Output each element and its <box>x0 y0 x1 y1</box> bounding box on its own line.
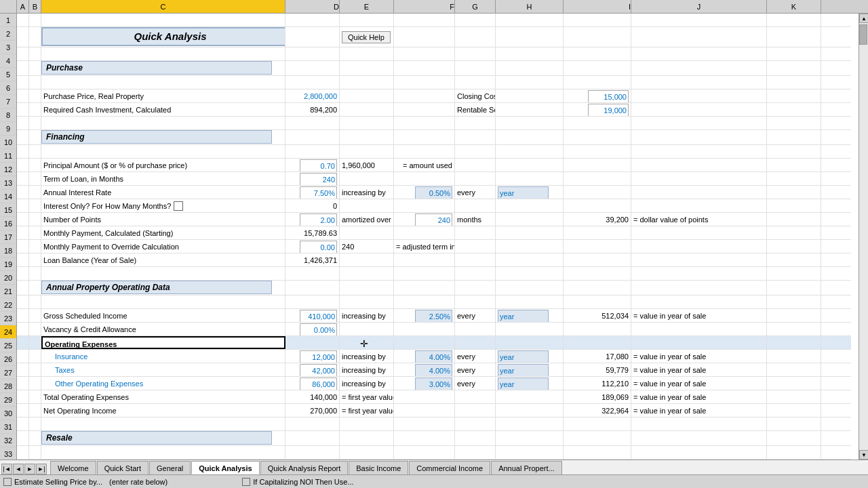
cell-b32[interactable] <box>29 446 41 459</box>
cell-f8[interactable] <box>394 117 455 129</box>
cell-b31[interactable] <box>29 431 41 445</box>
scroll-up-button[interactable]: ▲ <box>859 14 868 23</box>
row-32[interactable]: 32 <box>0 434 16 447</box>
cell-k15[interactable] <box>767 213 821 226</box>
cell-h17[interactable] <box>496 240 564 253</box>
col-header-c[interactable]: C <box>41 0 285 13</box>
cell-h3[interactable] <box>496 47 564 60</box>
cell-h19[interactable] <box>496 267 564 280</box>
cell-e12[interactable] <box>340 172 394 185</box>
cell-d9[interactable] <box>285 130 340 144</box>
cell-a19[interactable] <box>17 267 29 280</box>
cell-g24[interactable] <box>455 336 496 349</box>
cell-h9[interactable] <box>496 130 564 144</box>
cell-f7[interactable] <box>394 103 455 116</box>
cell-b1[interactable] <box>29 14 41 26</box>
cell-i31[interactable] <box>564 431 631 445</box>
cell-i19[interactable] <box>564 267 631 280</box>
cell-d25[interactable]: 12,000 <box>285 350 340 363</box>
cell-k23[interactable] <box>767 323 821 336</box>
cell-k12[interactable] <box>767 172 821 185</box>
cell-i14[interactable] <box>564 199 631 212</box>
cell-j16[interactable] <box>631 226 767 239</box>
cell-f20[interactable] <box>394 281 455 295</box>
cell-a31[interactable] <box>17 431 29 445</box>
cell-d13[interactable]: 7.50% <box>285 186 340 199</box>
cell-c1[interactable] <box>41 14 285 26</box>
tab-first-button[interactable]: |◄ <box>1 464 12 474</box>
cell-g31[interactable] <box>455 431 496 445</box>
cell-h4[interactable] <box>496 61 564 75</box>
cell-d19[interactable] <box>285 267 340 280</box>
cell-k25[interactable] <box>767 350 821 363</box>
cell-c3[interactable] <box>41 47 285 60</box>
cell-h6[interactable] <box>496 89 564 102</box>
cell-b29[interactable] <box>29 404 41 417</box>
cell-d12[interactable]: 240 <box>285 172 340 185</box>
cell-f9[interactable] <box>394 130 455 144</box>
cell-h12[interactable] <box>496 172 564 185</box>
cell-i17[interactable] <box>564 240 631 253</box>
cell-b21[interactable] <box>29 296 41 308</box>
cell-f15[interactable]: 240 <box>394 213 455 226</box>
cell-h28[interactable] <box>496 390 564 403</box>
cell-g23[interactable] <box>455 323 496 336</box>
cell-a2[interactable] <box>17 27 29 47</box>
cell-b23[interactable] <box>29 323 41 336</box>
cell-c19[interactable] <box>41 267 285 280</box>
cell-b25[interactable] <box>29 350 41 363</box>
cell-i1[interactable] <box>564 14 631 26</box>
cell-a23[interactable] <box>17 323 29 336</box>
cell-g14[interactable] <box>455 199 496 212</box>
cell-b30[interactable] <box>29 418 41 430</box>
cell-b4[interactable] <box>29 61 41 75</box>
cell-a30[interactable] <box>17 418 29 430</box>
row-33[interactable]: 33 <box>0 447 16 460</box>
scroll-track[interactable] <box>859 23 868 450</box>
cell-d23[interactable]: 0.00% <box>285 323 340 336</box>
cell-j7[interactable] <box>631 103 767 116</box>
cell-d30[interactable] <box>285 418 340 430</box>
cell-h21[interactable] <box>496 296 564 308</box>
cell-f1[interactable] <box>394 14 455 26</box>
cell-c10[interactable] <box>41 145 285 158</box>
cell-f29[interactable] <box>394 404 455 417</box>
cell-j10[interactable] <box>631 145 767 158</box>
cell-k29[interactable] <box>767 404 821 417</box>
cell-d32[interactable] <box>285 446 340 459</box>
cell-e5[interactable] <box>340 76 394 89</box>
cell-e23[interactable] <box>340 323 394 336</box>
cell-a16[interactable] <box>17 226 29 239</box>
cell-a1[interactable] <box>17 14 29 26</box>
cell-b7[interactable] <box>29 103 41 116</box>
cell-i6[interactable]: 15,000 <box>564 89 631 102</box>
cell-c20[interactable]: Annual Property Operating Data <box>41 281 285 296</box>
cell-h11[interactable] <box>496 159 564 171</box>
col-header-e[interactable]: E <box>340 0 394 13</box>
cell-f18[interactable] <box>394 253 455 266</box>
cell-h13[interactable]: year <box>496 186 564 199</box>
cell-h1[interactable] <box>496 14 564 26</box>
cell-h18[interactable] <box>496 253 564 266</box>
cell-e16[interactable] <box>340 226 394 239</box>
cell-i4[interactable] <box>564 61 631 75</box>
row-2[interactable]: 2 <box>0 27 16 41</box>
row-28[interactable]: 28 <box>0 380 16 393</box>
cell-k9[interactable] <box>767 130 821 144</box>
row-24[interactable]: 24 <box>0 325 16 339</box>
cell-d14[interactable]: 0 <box>285 199 340 212</box>
row-12[interactable]: 12 <box>0 163 16 176</box>
cell-b13[interactable] <box>29 186 41 199</box>
cell-c8[interactable] <box>41 117 285 129</box>
cell-k7[interactable] <box>767 103 821 116</box>
cell-d26[interactable]: 42,000 <box>285 363 340 376</box>
cell-h30[interactable] <box>496 418 564 430</box>
tab-commercial-income[interactable]: Commercial Income <box>409 461 490 474</box>
cell-b8[interactable] <box>29 117 41 129</box>
cell-g17[interactable] <box>455 240 496 253</box>
cell-g10[interactable] <box>455 145 496 158</box>
cell-a10[interactable] <box>17 145 29 158</box>
cell-a28[interactable] <box>17 390 29 403</box>
cell-j30[interactable] <box>631 418 767 430</box>
cell-g30[interactable] <box>455 418 496 430</box>
